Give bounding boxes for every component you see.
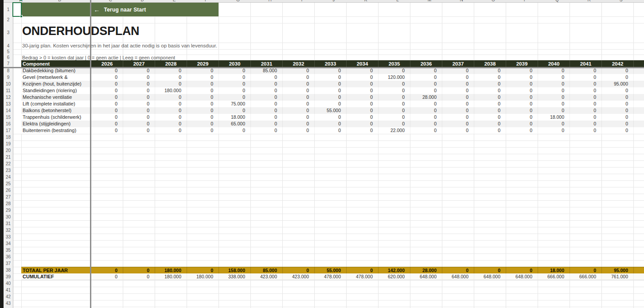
row-number-42[interactable]: 42	[4, 293, 13, 300]
year-header-2040[interactable]: 2040	[538, 60, 570, 67]
cell-2029[interactable]: 0	[187, 114, 219, 121]
cell-2026[interactable]: 0	[91, 87, 123, 94]
cell-2035[interactable]: 0	[378, 121, 410, 127]
cell-2040[interactable]: 0	[538, 101, 570, 107]
column-letter-H[interactable]: H	[268, 0, 271, 3]
cell-2034[interactable]: 0	[346, 87, 378, 94]
row-number-34[interactable]: 34	[4, 240, 13, 247]
year-header-2031[interactable]: 2031	[250, 60, 282, 67]
row-number-24[interactable]: 24	[4, 174, 13, 180]
total-cell-2032[interactable]: 0	[282, 267, 314, 273]
cell-2028[interactable]: 0	[155, 101, 187, 107]
cell-2031[interactable]: 85.000	[250, 67, 282, 74]
cell-2032[interactable]: 0	[282, 81, 314, 87]
cumulative-cell-2029[interactable]: 180.000	[187, 273, 219, 280]
cell-2040[interactable]: 0	[538, 121, 570, 127]
cell-2042[interactable]: 0	[601, 67, 633, 74]
cell-2029[interactable]: 0	[187, 101, 219, 107]
row-number-7[interactable]: 7	[4, 60, 13, 67]
year-header-2030[interactable]: 2030	[219, 60, 250, 67]
cumulative-cell-2027[interactable]: 0	[123, 273, 155, 280]
cell-2026[interactable]: 0	[91, 74, 123, 81]
total-cell-2042[interactable]: 95.000	[601, 267, 633, 273]
row-number-36[interactable]: 36	[4, 253, 13, 260]
cell-2031[interactable]: 0	[250, 94, 282, 101]
cell-2041[interactable]: 0	[570, 74, 601, 81]
cell-2042[interactable]: 0	[601, 114, 633, 121]
row-number-2[interactable]: 2	[4, 16, 13, 23]
cell-2026[interactable]: 0	[91, 107, 123, 114]
cell-2029[interactable]: 0	[187, 107, 219, 114]
cell-2037[interactable]: 0	[442, 87, 474, 94]
cell-2037[interactable]: 0	[442, 67, 474, 74]
cell-2029[interactable]: 0	[187, 74, 219, 81]
cell-2040[interactable]: 0	[538, 94, 570, 101]
cumulative-cell-partial-year[interactable]	[633, 273, 644, 280]
cell-2030[interactable]: 0	[219, 87, 250, 94]
cell-2037[interactable]: 0	[442, 121, 474, 127]
total-cell-partial-year[interactable]	[633, 267, 644, 273]
cell-2039[interactable]: 0	[506, 74, 538, 81]
cell-2027[interactable]: 0	[123, 87, 155, 94]
row-number-16[interactable]: 16	[4, 121, 13, 127]
row-number-17[interactable]: 17	[4, 127, 13, 134]
cell-2041[interactable]: 0	[570, 127, 601, 134]
cell-2027[interactable]: 0	[123, 67, 155, 74]
column-letter-Q[interactable]: Q	[555, 0, 559, 3]
row-number-12[interactable]: 12	[4, 94, 13, 101]
total-cell-2035[interactable]: 142.000	[378, 267, 410, 273]
cell-2038[interactable]: 0	[474, 101, 506, 107]
cell-2036[interactable]: 0	[410, 67, 442, 74]
year-header-2039[interactable]: 2039	[506, 60, 538, 67]
column-letter-K[interactable]: K	[364, 0, 367, 3]
cell-partial-year[interactable]	[633, 74, 644, 81]
row-number-26[interactable]: 26	[4, 187, 13, 194]
cell-2036[interactable]: 0	[410, 101, 442, 107]
row-number-3[interactable]: 3	[4, 23, 13, 43]
cell-2027[interactable]: 0	[123, 121, 155, 127]
component-label[interactable]: Mechanische ventilatie	[23, 94, 90, 101]
cell-2028[interactable]: 180.000	[155, 87, 187, 94]
component-label[interactable]: Standleidingen (riolering)	[23, 87, 90, 94]
cell-2037[interactable]: 0	[442, 107, 474, 114]
total-cell-2029[interactable]: 0	[187, 267, 219, 273]
cell-2028[interactable]: 0	[155, 121, 187, 127]
cell-2026[interactable]: 0	[91, 94, 123, 101]
cell-2028[interactable]: 0	[155, 127, 187, 134]
cell-2040[interactable]: 0	[538, 67, 570, 74]
row-number-18[interactable]: 18	[4, 134, 13, 140]
year-header-2028[interactable]: 2028	[155, 60, 187, 67]
column-letter-E[interactable]: E	[173, 0, 176, 3]
cell-2038[interactable]: 0	[474, 127, 506, 134]
year-header-2032[interactable]: 2032	[282, 60, 314, 67]
row-number-19[interactable]: 19	[4, 140, 13, 147]
column-letter-N[interactable]: N	[460, 0, 463, 3]
cell-2036[interactable]: 0	[410, 127, 442, 134]
cell-2037[interactable]: 0	[442, 74, 474, 81]
cell-2038[interactable]: 0	[474, 74, 506, 81]
cell-2035[interactable]: 0	[378, 87, 410, 94]
row-number-15[interactable]: 15	[4, 114, 13, 121]
cell-2033[interactable]: 0	[314, 94, 346, 101]
column-letter-P[interactable]: P	[524, 0, 527, 3]
year-header-2035[interactable]: 2035	[378, 60, 410, 67]
cell-2027[interactable]: 0	[123, 81, 155, 87]
selected-cell-a1[interactable]	[12, 2, 22, 17]
year-header-2041[interactable]: 2041	[570, 60, 601, 67]
cell-2041[interactable]: 0	[570, 121, 601, 127]
cell-2029[interactable]: 0	[187, 94, 219, 101]
cell-2026[interactable]: 0	[91, 101, 123, 107]
cell-2032[interactable]: 0	[282, 67, 314, 74]
row-number-22[interactable]: 22	[4, 160, 13, 167]
cell-2030[interactable]: 0	[219, 81, 250, 87]
cell-2034[interactable]: 0	[346, 127, 378, 134]
total-cell-2037[interactable]: 0	[442, 267, 474, 273]
cell-2032[interactable]: 0	[282, 94, 314, 101]
row-number-39[interactable]: 39	[4, 273, 13, 280]
cell-2040[interactable]: 0	[538, 81, 570, 87]
cell-2041[interactable]: 0	[570, 114, 601, 121]
cell-2028[interactable]: 0	[155, 114, 187, 121]
total-cell-2039[interactable]: 0	[506, 267, 538, 273]
year-header-2038[interactable]: 2038	[474, 60, 506, 67]
cell-2027[interactable]: 0	[123, 74, 155, 81]
